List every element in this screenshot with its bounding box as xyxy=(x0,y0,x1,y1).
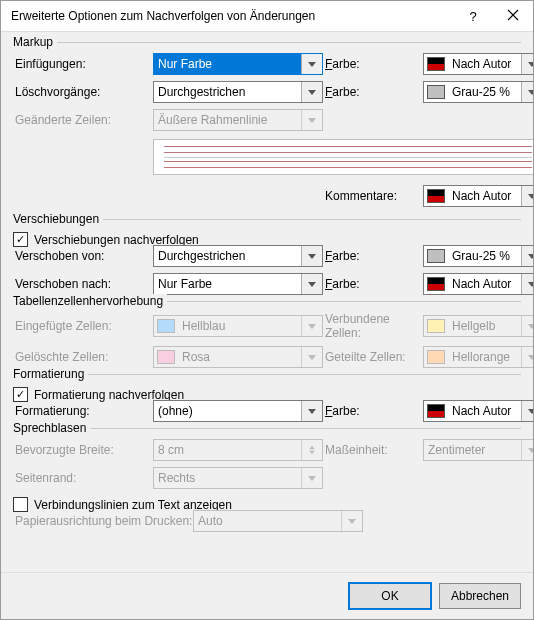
chevron-down-icon xyxy=(301,316,322,336)
chevron-down-icon xyxy=(521,401,533,421)
chevron-down-icon xyxy=(301,54,322,74)
combo-moved-to-color[interactable]: Nach Autor xyxy=(423,273,533,295)
chevron-down-icon xyxy=(301,246,322,266)
color-swatch-icon xyxy=(424,274,448,294)
dialog-title: Erweiterte Optionen zum Nachverfolgen vo… xyxy=(11,9,453,23)
label-formatting: Formatierung: xyxy=(13,404,153,418)
color-swatch-icon xyxy=(154,347,178,367)
combo-moved-from-value: Durchgestrichen xyxy=(154,246,301,266)
spinner-preferred-width-value: 8 cm xyxy=(154,440,301,460)
label-formatting-color: Farbe: xyxy=(323,404,423,418)
close-icon xyxy=(507,9,519,24)
chevron-down-icon xyxy=(521,274,533,294)
combo-formatting-color-value: Nach Autor xyxy=(448,401,521,421)
chevron-down-icon xyxy=(301,110,322,130)
label-moved-to-color: Farbe: xyxy=(323,277,423,291)
label-deleted-cells: Gelöschte Zellen: xyxy=(13,350,153,364)
chevron-down-icon xyxy=(521,82,533,102)
cancel-button[interactable]: Abbrechen xyxy=(439,583,521,609)
combo-merged-cells-value: Hellgelb xyxy=(448,316,521,336)
label-margin: Seitenrand: xyxy=(13,471,153,485)
chevron-down-icon xyxy=(301,401,322,421)
titlebar: Erweiterte Optionen zum Nachverfolgen vo… xyxy=(1,1,533,32)
label-preferred-width: Bevorzugte Breite: xyxy=(13,443,153,457)
combo-moved-from-color-value: Grau-25 % xyxy=(448,246,521,266)
label-print-orientation: Papierausrichtung beim Drucken: xyxy=(13,514,193,528)
help-icon: ? xyxy=(469,9,476,24)
group-moves-legend: Verschiebungen xyxy=(13,212,103,226)
group-balloons: Sprechblasen Bevorzugte Breite: 8 cm Maß… xyxy=(13,428,521,532)
label-inserted-cells: Eingefügte Zellen: xyxy=(13,319,153,333)
combo-insertions-color-value: Nach Autor xyxy=(448,54,521,74)
combo-margin-value: Rechts xyxy=(154,468,301,488)
chevron-down-icon xyxy=(301,468,322,488)
combo-insertions[interactable]: Nur Farbe xyxy=(153,53,323,75)
help-button[interactable]: ? xyxy=(453,1,493,31)
combo-moved-to[interactable]: Nur Farbe xyxy=(153,273,323,295)
group-table-cells-legend: Tabellenzellenhervorhebung xyxy=(13,294,167,308)
chevron-down-icon xyxy=(521,316,533,336)
color-swatch-icon xyxy=(154,316,178,336)
combo-insertions-color[interactable]: Nach Autor xyxy=(423,53,533,75)
checkbox-icon xyxy=(13,497,28,512)
dialog-window: Erweiterte Optionen zum Nachverfolgen vo… xyxy=(0,0,534,620)
combo-moved-from-color[interactable]: Grau-25 % xyxy=(423,245,533,267)
group-moves: Verschiebungen ✓ Verschiebungen nachverf… xyxy=(13,219,521,295)
combo-comments-value: Nach Autor xyxy=(448,186,521,206)
spinner-preferred-width: 8 cm xyxy=(153,439,323,461)
color-swatch-icon xyxy=(424,246,448,266)
label-changed-lines: Geänderte Zeilen: xyxy=(13,113,153,127)
ok-button[interactable]: OK xyxy=(349,583,431,609)
color-swatch-icon xyxy=(424,54,448,74)
combo-inserted-cells-value: Hellblau xyxy=(178,316,301,336)
chevron-down-icon xyxy=(301,274,322,294)
chevron-down-icon xyxy=(521,54,533,74)
combo-deleted-cells-value: Rosa xyxy=(178,347,301,367)
combo-deleted-cells: Rosa xyxy=(153,346,323,368)
color-swatch-icon xyxy=(424,82,448,102)
combo-print-orientation-value: Auto xyxy=(194,511,341,531)
combo-moved-from[interactable]: Durchgestrichen xyxy=(153,245,323,267)
combo-formatting[interactable]: (ohne) xyxy=(153,400,323,422)
label-deletions-color: Farbe: xyxy=(323,85,423,99)
label-merged-cells: Verbundene Zellen: xyxy=(323,312,423,340)
color-swatch-icon xyxy=(424,316,448,336)
combo-deletions-color[interactable]: Grau-25 % xyxy=(423,81,533,103)
color-swatch-icon xyxy=(424,401,448,421)
group-balloons-legend: Sprechblasen xyxy=(13,421,90,435)
combo-measure-unit: Zentimeter xyxy=(423,439,533,461)
combo-print-orientation: Auto xyxy=(193,510,363,532)
combo-split-cells: Hellorange xyxy=(423,346,533,368)
chevron-down-icon xyxy=(341,511,362,531)
label-measure-unit: Maßeinheit: xyxy=(323,443,423,457)
chevron-down-icon xyxy=(301,82,322,102)
combo-margin: Rechts xyxy=(153,467,323,489)
group-formatting: Formatierung ✓ Formatierung nachverfolge… xyxy=(13,374,521,422)
close-button[interactable] xyxy=(493,1,533,31)
checkmark-icon: ✓ xyxy=(13,387,28,402)
label-split-cells: Geteilte Zellen: xyxy=(323,350,423,364)
color-swatch-icon xyxy=(424,347,448,367)
chevron-down-icon xyxy=(521,347,533,367)
label-moved-to: Verschoben nach: xyxy=(13,277,153,291)
dialog-footer: OK Abbrechen xyxy=(1,572,533,619)
combo-deletions[interactable]: Durchgestrichen xyxy=(153,81,323,103)
chevron-down-icon xyxy=(521,440,533,460)
combo-split-cells-value: Hellorange xyxy=(448,347,521,367)
chevron-down-icon xyxy=(521,246,533,266)
label-deletions: Löschvorgänge: xyxy=(13,85,153,99)
group-table-cells: Tabellenzellenhervorhebung Eingefügte Ze… xyxy=(13,301,521,368)
label-moved-from: Verschoben von: xyxy=(13,249,153,263)
combo-moved-to-color-value: Nach Autor xyxy=(448,274,521,294)
checkmark-icon: ✓ xyxy=(13,232,28,247)
combo-formatting-value: (ohne) xyxy=(154,401,301,421)
combo-formatting-color[interactable]: Nach Autor xyxy=(423,400,533,422)
combo-changed-lines-value: Äußere Rahmenlinie xyxy=(154,110,301,130)
dialog-content: Markup Einfügungen: Nur Farbe Farbe: Nac… xyxy=(1,32,533,572)
combo-deletions-color-value: Grau-25 % xyxy=(448,82,521,102)
combo-comments[interactable]: Nach Autor xyxy=(423,185,533,207)
chevron-down-icon xyxy=(301,347,322,367)
combo-insertions-value: Nur Farbe xyxy=(154,54,301,74)
group-markup-legend: Markup xyxy=(13,35,57,49)
combo-inserted-cells: Hellblau xyxy=(153,315,323,337)
